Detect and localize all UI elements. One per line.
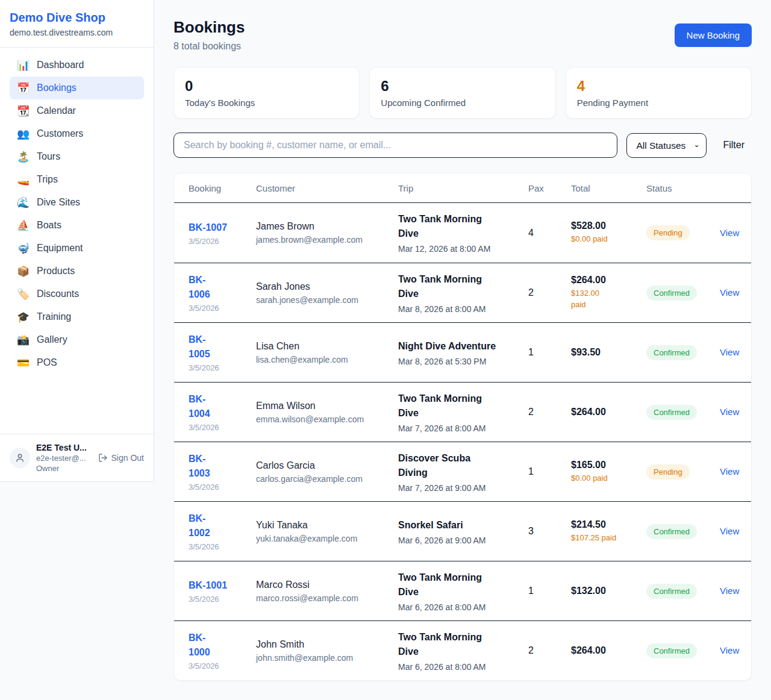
view-link[interactable]: View [720, 228, 739, 238]
pax-cell: 1 [528, 466, 571, 477]
view-link[interactable]: View [720, 586, 739, 596]
trip-datetime: Mar 8, 2026 at 5:30 PM [398, 357, 528, 366]
avatar [10, 448, 30, 468]
customer-email: yuki.tanaka@example.com [256, 534, 398, 543]
view-link[interactable]: View [720, 526, 739, 536]
status-badge: Confirmed [646, 524, 697, 539]
sidebar: Demo Dive Shop demo.test.divestreams.com… [0, 0, 154, 482]
pax-count: 2 [528, 407, 534, 417]
sidebar-item-discounts[interactable]: 🏷️ Discounts [10, 283, 144, 305]
status-cell: Pending [646, 225, 720, 240]
credit-card-icon: 💳 [17, 358, 29, 368]
column-header-customer: Customer [256, 183, 398, 193]
trip-cell: Two Tank Morning Dive Mar 12, 2026 at 8:… [398, 212, 528, 254]
shop-domain: demo.test.divestreams.com [10, 28, 144, 37]
page-title-block: Bookings 8 total bookings [173, 18, 245, 52]
status-filter-select[interactable]: All Statuses [626, 133, 707, 158]
booking-id-link[interactable]: BK- 1000 [189, 631, 210, 660]
sidebar-item-tours[interactable]: 🏝️ Tours [10, 145, 144, 168]
booking-date: 3/5/2026 [189, 661, 256, 670]
actions-cell: View [720, 526, 739, 537]
sidebar-item-dive-sites[interactable]: 🌊 Dive Sites [10, 191, 144, 214]
sidebar-item-training[interactable]: 🎓 Training [10, 305, 144, 328]
bar-chart-icon: 📊 [17, 60, 29, 70]
sidebar-item-calendar[interactable]: 📆 Calendar [10, 99, 144, 122]
booking-date: 3/5/2026 [189, 542, 256, 551]
sidebar-nav: 📊 Dashboard 📅 Bookings 📆 Calendar 👥 Cust… [0, 48, 154, 434]
sidebar-item-bookings[interactable]: 📅 Bookings [10, 77, 144, 99]
wave-icon: 🌊 [17, 198, 29, 208]
column-header-status: Status [646, 183, 720, 193]
sign-out-button[interactable]: Sign Out [98, 453, 144, 463]
sidebar-item-dashboard[interactable]: 📊 Dashboard [10, 54, 144, 77]
trip-cell: Night Dive Adventure Mar 8, 2026 at 5:30… [398, 339, 528, 366]
sidebar-item-trips[interactable]: 🚤 Trips [10, 168, 144, 191]
trip-cell: Two Tank Morning Dive Mar 7, 2026 at 8:0… [398, 392, 528, 433]
search-input[interactable] [173, 133, 617, 158]
booking-id-link[interactable]: BK- 1006 [189, 273, 210, 302]
customer-cell: Emma Wilson emma.wilson@example.com [256, 401, 398, 424]
sidebar-item-gallery[interactable]: 📸 Gallery [10, 328, 144, 351]
actions-cell: View [720, 228, 739, 239]
trip-name: Two Tank Morning Dive [398, 212, 528, 241]
pax-count: 2 [528, 287, 534, 298]
paid-amount: $107.25 paid [571, 533, 646, 544]
pax-cell: 1 [528, 347, 571, 358]
user-role: Owner [36, 464, 92, 473]
sidebar-item-products[interactable]: 📦 Products [10, 260, 144, 283]
view-link[interactable]: View [720, 645, 739, 655]
booking-cell: BK- 1003 3/5/2026 [189, 452, 256, 492]
trip-name: Night Dive Adventure [398, 339, 528, 354]
booking-id-link[interactable]: BK- 1004 [189, 392, 210, 421]
sidebar-user-footer: E2E Test U... e2e-tester@... Owner Sign … [0, 434, 154, 481]
booking-id-link[interactable]: BK- 1005 [189, 333, 210, 361]
total-cell: $264.00 $132.00 paid [571, 275, 646, 311]
customer-name: Emma Wilson [256, 401, 398, 411]
tag-icon: 🏷️ [17, 289, 29, 299]
diving-mask-icon: 🤿 [17, 243, 29, 254]
trip-name: Two Tank Morning Dive [398, 392, 528, 420]
booking-date: 3/5/2026 [189, 423, 256, 432]
sidebar-item-equipment[interactable]: 🤿 Equipment [10, 237, 144, 260]
paid-amount: $0.00 paid [571, 473, 646, 484]
booking-id-link[interactable]: BK- 1003 [189, 452, 210, 481]
paid-amount: $0.00 paid [571, 234, 646, 245]
total-amount: $214.50 [571, 519, 646, 530]
view-link[interactable]: View [720, 347, 739, 357]
trip-name: Two Tank Morning Dive [398, 570, 528, 599]
view-link[interactable]: View [720, 466, 739, 477]
pax-cell: 3 [528, 526, 571, 537]
stat-value: 6 [381, 78, 544, 95]
trip-datetime: Mar 6, 2026 at 8:00 AM [398, 602, 528, 612]
tear-off-calendar-icon: 📆 [17, 106, 29, 116]
booking-id-link[interactable]: BK-1001 [189, 578, 227, 593]
total-cell: $528.00 $0.00 paid [571, 220, 646, 245]
booking-date: 3/5/2026 [189, 595, 256, 604]
pax-count: 2 [528, 645, 534, 655]
sign-out-label: Sign Out [111, 453, 144, 463]
pax-cell: 2 [528, 287, 571, 298]
filter-button[interactable]: Filter [716, 135, 752, 155]
user-email: e2e-tester@... [36, 454, 92, 463]
stat-label: Today's Bookings [185, 98, 348, 108]
total-amount: $132.00 [571, 586, 646, 596]
customer-name: John Smith [256, 639, 398, 650]
customer-cell: Carlos Garcia carlos.garcia@example.com [256, 460, 398, 484]
stat-card-todays-bookings: 0 Today's Bookings [173, 67, 360, 119]
booking-id-link[interactable]: BK-1007 [189, 220, 227, 235]
trip-datetime: Mar 7, 2026 at 8:00 AM [398, 423, 528, 433]
status-badge: Confirmed [646, 584, 697, 599]
sidebar-item-boats[interactable]: ⛵ Boats [10, 214, 144, 237]
view-link[interactable]: View [720, 287, 739, 298]
sidebar-item-customers[interactable]: 👥 Customers [10, 122, 144, 145]
booking-cell: BK- 1006 3/5/2026 [189, 273, 256, 313]
main-content: Bookings 8 total bookings New Booking 0 … [154, 0, 771, 700]
status-badge: Confirmed [646, 345, 697, 360]
total-amount: $93.50 [571, 347, 646, 358]
booking-id-link[interactable]: BK- 1002 [189, 511, 210, 540]
trip-name: Discover Scuba Diving [398, 451, 528, 480]
new-booking-button[interactable]: New Booking [675, 23, 752, 47]
view-link[interactable]: View [720, 407, 739, 417]
table-row: BK-1007 3/5/2026 James Brown james.brown… [174, 203, 751, 263]
sidebar-item-pos[interactable]: 💳 POS [10, 351, 144, 374]
